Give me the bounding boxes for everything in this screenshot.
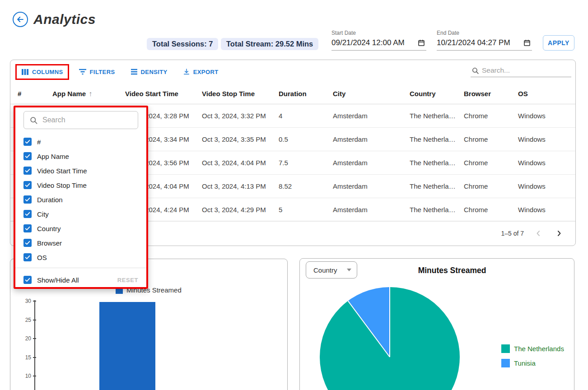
cell-duration: 0.5: [279, 135, 333, 143]
calendar-icon[interactable]: [523, 39, 531, 47]
sort-asc-icon: ↑: [89, 90, 92, 98]
columns-menu-search: [23, 111, 138, 129]
table-search-input[interactable]: [482, 66, 565, 74]
columns-menu-item[interactable]: App Name: [23, 149, 138, 163]
columns-menu-item[interactable]: OS: [23, 250, 138, 265]
header-video-stop[interactable]: Video Stop Time: [202, 90, 279, 98]
pie-chart: [320, 287, 460, 390]
back-button[interactable]: [13, 12, 28, 27]
y-tick-label: 30: [15, 298, 31, 304]
pagination-prev-button[interactable]: [532, 227, 545, 240]
table-search: [471, 65, 571, 77]
start-date-field: Start Date: [331, 30, 426, 51]
cell-city: Amsterdam: [333, 135, 410, 143]
show-hide-all-label: Show/Hide All: [37, 276, 79, 284]
reset-button[interactable]: RESET: [117, 277, 138, 283]
column-checkbox[interactable]: [23, 210, 32, 218]
y-tick-label: 20: [15, 335, 31, 342]
cell-video-stop: Oct 3, 2024, 3:35 PM: [202, 135, 279, 143]
start-date-input[interactable]: [331, 38, 412, 47]
y-tick-label: 25: [15, 317, 31, 323]
column-checkbox-label: App Name: [37, 153, 69, 160]
pie-legend-label: The Netherlands: [514, 345, 564, 353]
end-date-input[interactable]: [437, 38, 517, 47]
cell-country: The Netherlands: [410, 135, 457, 143]
density-button[interactable]: DENSITY: [126, 65, 172, 79]
export-button[interactable]: EXPORT: [178, 65, 223, 79]
header-os[interactable]: OS: [518, 90, 575, 98]
column-checkbox[interactable]: [23, 152, 32, 160]
calendar-icon[interactable]: [417, 39, 425, 47]
column-checkbox[interactable]: [23, 224, 32, 232]
header-country[interactable]: Country: [410, 90, 464, 98]
chevron-left-icon: [534, 229, 543, 238]
cell-os: Windows: [518, 135, 575, 143]
total-sessions-badge: Total Sessions: 7: [147, 38, 218, 50]
y-axis-tick: 15: [15, 354, 36, 361]
cell-duration: 8.52: [279, 182, 333, 190]
pie-slice-divider: [348, 301, 390, 358]
cell-browser: Chrome: [464, 112, 518, 120]
pie-legend-label: Tunisia: [514, 359, 536, 367]
columns-menu-item[interactable]: Browser: [23, 236, 138, 250]
table-header-row: # App Name↑ Video Start Time Video Stop …: [10, 84, 575, 104]
cell-browser: Chrome: [464, 135, 518, 143]
cell-os: Windows: [518, 206, 575, 214]
header-city[interactable]: City: [333, 90, 410, 98]
columns-menu-item[interactable]: Duration: [23, 192, 138, 207]
y-tick-mark: [33, 376, 36, 376]
header-video-start[interactable]: Video Start Time: [125, 90, 202, 98]
cell-city: Amsterdam: [333, 206, 410, 214]
header-app-name[interactable]: App Name↑: [52, 90, 125, 98]
columns-menu-search-input[interactable]: [42, 116, 128, 124]
page-header: Analytics: [13, 12, 96, 27]
column-checkbox[interactable]: [23, 167, 32, 175]
back-arrow-icon: [16, 15, 25, 24]
header-duration[interactable]: Duration: [279, 90, 333, 98]
y-tick-mark: [33, 338, 36, 339]
columns-menu-item[interactable]: Video Stop Time: [23, 178, 138, 192]
end-date-label: End Date: [437, 30, 532, 36]
columns-menu-item[interactable]: Country: [23, 221, 138, 236]
column-checkbox[interactable]: [23, 195, 32, 204]
y-axis-tick: 10: [15, 373, 36, 379]
column-checkbox[interactable]: [23, 253, 32, 261]
columns-button[interactable]: COLUMNS: [17, 65, 68, 79]
columns-menu-item[interactable]: #: [23, 135, 138, 149]
columns-menu-panel: #App NameVideo Start TimeVideo Stop Time…: [14, 106, 148, 289]
cell-video-stop: Oct 3, 2024, 3:32 PM: [202, 112, 279, 120]
cell-browser: Chrome: [464, 159, 518, 167]
cell-os: Windows: [518, 112, 575, 120]
cell-browser: Chrome: [464, 206, 518, 214]
filter-icon: [79, 69, 87, 75]
y-tick-mark: [33, 357, 36, 358]
pie-chart-title: Minutes Streamed: [418, 266, 486, 275]
y-tick-label: 15: [15, 354, 31, 361]
cell-duration: 7.5: [279, 159, 333, 167]
cell-country: The Netherlands: [410, 159, 457, 167]
column-checkbox[interactable]: [23, 239, 32, 247]
legend-swatch: [501, 344, 510, 353]
header-num[interactable]: #: [18, 90, 52, 98]
cell-os: Windows: [518, 182, 575, 190]
density-icon: [131, 69, 138, 75]
column-checkbox[interactable]: [23, 181, 32, 189]
cell-os: Windows: [518, 159, 575, 167]
filters-button[interactable]: FILTERS: [74, 65, 120, 79]
column-checkbox-label: OS: [37, 254, 47, 261]
y-axis-tick: 25: [15, 317, 36, 323]
group-by-select[interactable]: Country: [306, 261, 357, 279]
columns-menu-item[interactable]: City: [23, 207, 138, 221]
apply-button[interactable]: APPLY: [543, 35, 574, 51]
pagination-next-button[interactable]: [553, 227, 565, 240]
column-checkbox-label: City: [37, 210, 49, 218]
column-checkbox[interactable]: [23, 138, 32, 146]
header-browser[interactable]: Browser: [464, 90, 518, 98]
pagination-range: 1–5 of 7: [501, 230, 524, 237]
y-axis-tick: 30: [15, 298, 36, 304]
columns-menu-item[interactable]: Video Start Time: [23, 163, 138, 178]
pie-slice-divider: [389, 287, 390, 357]
pie-legend-item: The Netherlands: [501, 344, 564, 353]
cell-city: Amsterdam: [333, 112, 410, 120]
show-hide-all-checkbox[interactable]: [23, 276, 32, 284]
